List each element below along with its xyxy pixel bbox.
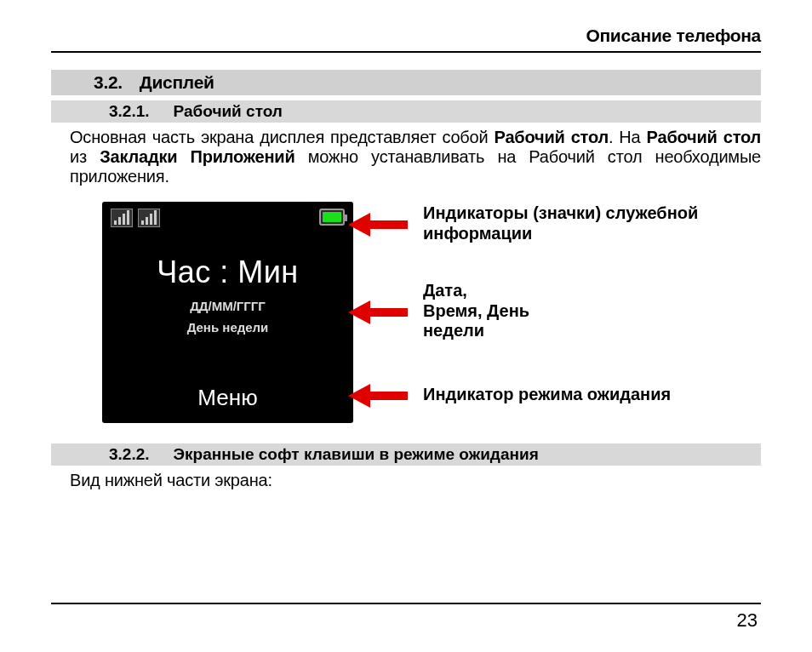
subsection-heading-1: 3.2.1.Рабочий стол (51, 100, 761, 123)
clock-day: День недели (102, 320, 353, 335)
phone-screen: Час : Мин ДД/ММ/ГГГГ День недели Меню (102, 202, 353, 423)
subsection-heading-2: 3.2.2.Экранные софт клавиши в режиме ожи… (51, 443, 761, 466)
status-bar (102, 202, 353, 236)
menu-label: Меню (102, 385, 353, 423)
callout-standby: Индикатор режима ожидания (353, 384, 761, 406)
page-number: 23 (737, 609, 758, 632)
callout-datetime: Дата, Время, День недели (353, 281, 761, 341)
page-header: Описание телефона (51, 26, 761, 53)
section-heading: 3.2.Дисплей (51, 70, 761, 95)
callout-text: Индикатор режима ожидания (423, 385, 671, 405)
arrow-icon (348, 384, 408, 406)
subsection-title: Рабочий стол (174, 102, 283, 120)
subsection-title: Экранные софт клавиши в режиме ожидания (174, 445, 539, 463)
signal-icon (111, 209, 133, 227)
subsection-number: 3.2.1. (109, 102, 150, 120)
display-diagram: Час : Мин ДД/ММ/ГГГГ День недели Меню Ин… (51, 186, 761, 438)
callout-text: Дата, Время, День недели (423, 281, 529, 341)
clock-area: Час : Мин ДД/ММ/ГГГГ День недели (102, 255, 353, 335)
clock-time: Час : Мин (102, 255, 353, 290)
callout-text: Индикаторы (значки) служебной информации (423, 203, 761, 243)
signal-icons (111, 209, 160, 227)
arrow-icon (348, 300, 408, 323)
arrow-icon (348, 213, 408, 235)
paragraph-1: Основная часть экрана дисплея представля… (51, 123, 761, 186)
callout-column: Индикаторы (значки) служебной информации… (353, 202, 761, 423)
battery-icon (319, 209, 345, 226)
clock-date: ДД/ММ/ГГГГ (102, 299, 353, 313)
paragraph-2: Вид нижней части экрана: (51, 466, 761, 490)
footer-rule (51, 603, 761, 604)
section-number: 3.2. (94, 72, 123, 92)
callout-indicators: Индикаторы (значки) служебной информации (353, 203, 761, 243)
signal-icon (138, 209, 160, 227)
subsection-number: 3.2.2. (109, 445, 150, 463)
section-title: Дисплей (140, 72, 214, 92)
